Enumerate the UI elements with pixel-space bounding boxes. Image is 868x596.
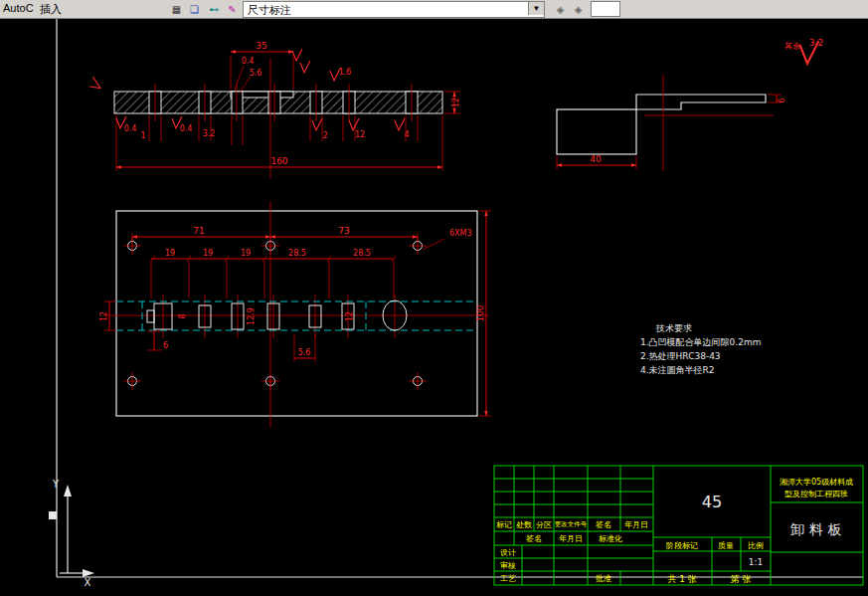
dim-style-icon[interactable]: ✎ <box>223 1 242 18</box>
ucs-y-arrow <box>64 485 72 497</box>
orbit-icon[interactable]: ◈ <box>569 1 588 18</box>
dim-text: 40 <box>590 154 602 164</box>
dim-text: 12.9 <box>247 307 256 325</box>
dim-text: 8 <box>178 313 187 318</box>
tb-label-date2: 年月日 <box>559 534 583 543</box>
dim-text: 1 <box>140 131 145 140</box>
tb-label-file: 更改文件号 <box>555 520 588 528</box>
ucs-icon: Y X <box>52 479 94 588</box>
dim-text: 160 <box>270 156 287 166</box>
roughness-icon <box>300 61 310 73</box>
tech-line: 1.凸凹模配合单边间隙0.2mm <box>640 337 761 347</box>
roughness-icon <box>349 118 359 130</box>
dim-text: 12 <box>99 311 108 321</box>
plan-holes <box>123 237 427 390</box>
dim-text: 19 <box>165 249 175 258</box>
toolbar-field[interactable] <box>591 1 620 17</box>
tb-label-mass: 质量 <box>718 541 734 550</box>
grip-handle[interactable] <box>49 511 57 519</box>
dim-text: 5.6 <box>250 69 262 78</box>
dim-text: 19 <box>241 249 251 258</box>
tb-label-date: 年月日 <box>624 520 648 529</box>
tb-label-audit: 审核 <box>500 561 516 570</box>
tb-sheet-no: 第 张 <box>731 574 752 584</box>
tb-label-design: 设计 <box>500 548 516 557</box>
dim-text: 3.2 <box>203 129 216 138</box>
tb-sheet-total: 共 1 张 <box>667 574 696 584</box>
plan-dimensions[interactable]: 71 73 19 19 19 28.5 28.5 6XM3 100 8 12.9… <box>99 211 491 416</box>
section-view[interactable]: 35 0.4 5.6 1.6 12 160 0.4 1 0.4 3.2 2 12… <box>87 41 460 179</box>
tb-label-sign2: 签名 <box>526 534 542 543</box>
dim-text: 2 <box>322 131 327 140</box>
block-icon[interactable]: ▦ <box>167 1 186 18</box>
dim-text: 12 <box>345 311 354 321</box>
dim-text: 0.4 <box>180 124 193 133</box>
drawing-canvas[interactable]: 35 0.4 5.6 1.6 12 160 0.4 1 0.4 3.2 2 12… <box>0 0 868 596</box>
tech-line: 4.未注圆角半径R2 <box>640 365 715 375</box>
tech-requirements: 技术要求 1.凸凹模配合单边间隙0.2mm 2.热处理HRC38-43 4.未注… <box>640 323 761 375</box>
tb-school-line1: 湘潭大学05级材料成 <box>780 478 853 487</box>
tb-label-approve: 批准 <box>596 574 611 583</box>
plan-hidden-lines <box>116 301 477 330</box>
dim-text: 12 <box>451 98 460 107</box>
dim-text: 5.6 <box>298 348 311 357</box>
dim-text: 19 <box>203 249 213 258</box>
menu-insert[interactable]: 插入 <box>40 2 62 17</box>
dim-text: 73 <box>338 226 349 236</box>
tb-label-ratio: 比例 <box>748 541 764 550</box>
roughness-icon <box>395 118 405 130</box>
tb-label-std: 标准化 <box>599 534 622 543</box>
roughness-icon <box>292 49 302 61</box>
tb-ratio-value: 1:1 <box>749 557 763 567</box>
tb-label-sign: 签名 <box>596 520 611 529</box>
dim-text: 28.5 <box>288 249 306 258</box>
dim-text: 0.4 <box>242 57 255 66</box>
dim-text: 6 <box>163 341 168 350</box>
roughness-prefix: 其余 <box>784 42 800 51</box>
tech-title: 技术要求 <box>655 323 692 333</box>
roughness-note: 其余 3.2 <box>784 38 823 64</box>
tb-label-zone: 分区 <box>536 520 552 529</box>
dim-text: 12 <box>355 130 365 139</box>
dim-text: 28.5 <box>353 249 371 258</box>
tb-material: 45 <box>702 493 722 511</box>
tb-label-stage: 阶段标记 <box>666 541 698 550</box>
chevron-down-icon[interactable]: ▼ <box>528 2 544 15</box>
ucs-x-label: X <box>85 577 91 588</box>
ucs-y-label: Y <box>52 479 60 490</box>
dim-text: 35 <box>256 41 266 51</box>
side-dimensions[interactable]: 40 6 <box>557 95 786 169</box>
tb-label-mark: 标记 <box>496 520 512 529</box>
dim-text: 71 <box>193 226 204 236</box>
roughness-icon <box>312 118 322 130</box>
tb-school-line2: 型及控制工程四班 <box>784 490 848 498</box>
dim-text: 6 <box>778 98 786 102</box>
dim-text: 4 <box>404 130 409 139</box>
title-block: 标记 处数 分区 更改文件号 签名 年月日 签名 年月日 标准化 设计 审核 工… <box>494 466 863 585</box>
dimstyle-combobox[interactable]: 尺寸标注 ▼ <box>243 1 545 18</box>
hatch-icon[interactable]: ❏ <box>185 1 204 18</box>
tb-part-name: 卸 料 板 <box>790 521 842 537</box>
dim-text: 1.6 <box>339 68 352 77</box>
tb-label-count: 处数 <box>516 520 532 529</box>
plan-centerlines <box>104 201 489 428</box>
dim-text: 0.4 <box>124 124 137 133</box>
thread-note: 6XM3 <box>449 229 472 238</box>
dim-text: 100 <box>475 304 485 321</box>
tech-line: 2.热处理HRC38-43 <box>640 351 721 361</box>
top-toolbar: AutoC 插入 ▦ ❏ ⊷ ✎ 尺寸标注 ▼ ◈ ◈ <box>0 0 868 19</box>
ucs-x-arrow <box>83 569 94 577</box>
side-view[interactable]: 40 6 <box>557 75 786 171</box>
roughness-icon <box>87 77 102 92</box>
plan-view[interactable]: 71 73 19 19 19 28.5 28.5 6XM3 100 8 12.9… <box>99 201 491 428</box>
dimstyle-value: 尺寸标注 <box>248 3 291 18</box>
tb-label-craft: 工艺 <box>500 574 516 583</box>
dim-linear-icon[interactable]: ⊷ <box>205 1 224 18</box>
window-title-fragment: AutoC <box>3 2 34 14</box>
view-3d-icon[interactable]: ◈ <box>551 1 570 18</box>
